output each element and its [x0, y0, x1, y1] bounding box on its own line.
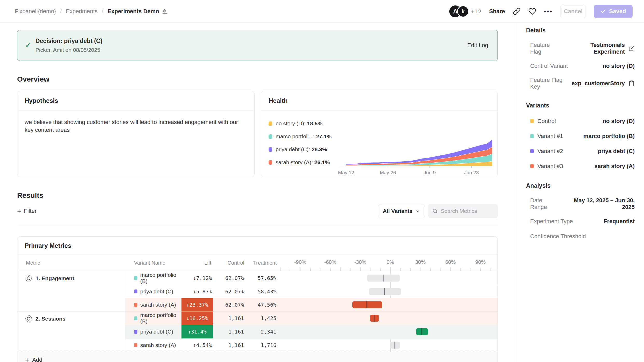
- copy-link-icon[interactable]: [513, 8, 521, 15]
- sidebar-row-label: Variant #2: [530, 148, 563, 155]
- breadcrumb-separator: /: [60, 8, 62, 15]
- saved-button[interactable]: Saved: [594, 5, 633, 18]
- external-link-icon[interactable]: [628, 45, 635, 52]
- edit-log-button[interactable]: Edit Log: [467, 42, 488, 49]
- variants-title: Variants: [526, 102, 635, 109]
- breadcrumb-project[interactable]: Fixpanel {demo}: [15, 8, 56, 15]
- lift-marker: [384, 288, 385, 295]
- metric-variant-row[interactable]: priya debt (C) ↓5.87% 62.07% 58.43%: [125, 285, 498, 298]
- breadcrumb: Fixpanel {demo} / Experiments / Experime…: [15, 8, 168, 15]
- lift-marker: [367, 301, 367, 308]
- sidebar-row-label: Variant #1: [530, 133, 563, 140]
- add-filter-button[interactable]: + Filter: [17, 208, 37, 214]
- treatment-value: 47.56%: [246, 302, 278, 308]
- overview-heading: Overview: [17, 75, 498, 84]
- analysis-section: Analysis Date Range May 12, 2025 – Jun 3…: [526, 182, 635, 241]
- lift-value: ↑31.4%: [188, 329, 206, 335]
- legend-label: sarah story (A):: [276, 159, 314, 165]
- axis-tick: [340, 268, 341, 271]
- metric-variant-row[interactable]: sarah story (A) ↑4.54% 1,161 1,716: [125, 338, 498, 352]
- legend-swatch: [269, 160, 272, 165]
- page-title: Experiments Demo: [108, 8, 159, 15]
- metric-cell: 1. Engagement: [17, 271, 125, 312]
- search-icon: [432, 208, 438, 214]
- lift-marker: [383, 274, 384, 281]
- variant-swatch: [530, 149, 534, 153]
- axis-tick: [360, 268, 361, 271]
- results-heading: Results: [17, 191, 498, 200]
- decision-title: Decision: priya debt (C): [36, 38, 102, 45]
- legend-item: priya debt (C): 28.3%: [269, 146, 337, 153]
- analysis-title: Analysis: [526, 182, 635, 189]
- lift-marker: [374, 315, 374, 322]
- control-value: 62.07%: [213, 302, 246, 308]
- sidebar-row-label: Variant #3: [530, 163, 563, 170]
- axis-tick: [350, 268, 351, 271]
- control-value: 1,161: [213, 315, 246, 321]
- metric-variant-row[interactable]: priya debt (C) ↑31.4% 1,161 2,341: [125, 325, 498, 338]
- breadcrumb-experiments[interactable]: Experiments: [66, 8, 97, 15]
- check-icon: ✓: [25, 41, 31, 49]
- metric-variant-row[interactable]: marco portfolio (B) ↓7.12% 62.07% 57.65%: [125, 271, 498, 285]
- metric-icon: [25, 315, 32, 322]
- search-metrics-input[interactable]: [441, 208, 494, 214]
- col-treatment: Treatment: [246, 255, 278, 271]
- variants-dropdown[interactable]: All Variants: [378, 204, 425, 218]
- sidebar-row: Experiment Type Frequentist: [530, 217, 635, 226]
- variant-name: sarah story (A): [140, 342, 176, 348]
- more-options-icon[interactable]: •••: [544, 8, 553, 15]
- control-value: 1,161: [213, 329, 246, 335]
- sidebar-row: Confidence Threshold: [530, 232, 635, 241]
- control-value: 62.07%: [213, 275, 246, 281]
- svg-text:May 12: May 12: [338, 170, 354, 175]
- sidebar-row: Variant #1 marco portfolio (B): [530, 132, 635, 140]
- sidebar-row: Variant #2 priya debt (C): [530, 147, 635, 155]
- metric-variant-row[interactable]: marco portfolio (B) ↓16.25% 1,161 1,425: [125, 312, 498, 325]
- confidence-interval-bar: [369, 288, 401, 295]
- collaborator-avatars[interactable]: A k + 12: [449, 5, 481, 17]
- axis-tick: [421, 268, 421, 271]
- svg-text:May 26: May 26: [380, 170, 396, 175]
- search-metrics-box: [428, 204, 498, 218]
- metric-variant-row[interactable]: sarah story (A) ↓23.37% 62.07% 47.56%: [125, 298, 498, 312]
- right-sidebar: Details Feature Flag Testimonials Experi…: [515, 23, 644, 362]
- health-stacked-area-chart: May 12May 26Jun 9Jun 23: [337, 115, 495, 177]
- col-metric: Metric: [17, 255, 125, 271]
- svg-text:Jun 23: Jun 23: [464, 170, 479, 175]
- metric-icon: [25, 275, 32, 282]
- sidebar-row-value: marco portfolio (B): [583, 133, 635, 140]
- metric-group: 1. Engagement marco portfolio (B) ↓7.12%…: [17, 271, 498, 312]
- clipboard-icon[interactable]: [628, 80, 635, 86]
- sidebar-row: Date Range May 12, 2025 – Jun 30, 2025: [530, 197, 635, 211]
- legend-value: 28.3%: [312, 146, 327, 152]
- plus-icon: +: [17, 208, 21, 214]
- add-metric-button[interactable]: + Add: [17, 352, 498, 362]
- sidebar-row: Feature Flag Key exp_customerStory: [530, 77, 635, 90]
- axis-tick: [310, 268, 311, 271]
- variant-name: marco portfolio (B): [140, 312, 181, 324]
- share-button[interactable]: Share: [489, 8, 505, 15]
- axis-tick: [300, 268, 300, 271]
- cancel-button[interactable]: Cancel: [561, 5, 586, 18]
- sidebar-row-label: Experiment Type: [530, 218, 573, 225]
- variant-color-dot: [134, 289, 137, 293]
- col-lift: Lift: [181, 255, 213, 271]
- variant-swatch: [530, 134, 534, 138]
- sidebar-row-value: Testimonials Experiment: [561, 42, 625, 55]
- legend-value: 27.1%: [316, 133, 332, 139]
- axis-tick: [430, 268, 431, 271]
- axis-label: -90%: [294, 259, 306, 265]
- decision-byline: Picker, Amit on 08/05/2025: [36, 47, 102, 53]
- favorite-heart-icon[interactable]: [528, 8, 536, 15]
- axis-tick: [380, 268, 381, 271]
- control-value: 1,161: [213, 342, 246, 348]
- variant-name: priya debt (C): [140, 329, 173, 335]
- health-card: Health no story (D): 18.5% marco portfol…: [261, 91, 498, 177]
- health-legend: no story (D): 18.5% marco portfoli...: 2…: [269, 120, 337, 177]
- hypothesis-card: Hypothesis we believe that showing custo…: [17, 91, 255, 177]
- sidebar-row-value: no story (D): [603, 118, 635, 125]
- sidebar-row-label: Date Range: [530, 197, 560, 211]
- primary-metrics-card: Primary Metrics Metric Variant Name Lift…: [17, 236, 498, 362]
- decision-banner: ✓ Decision: priya debt (C) Picker, Amit …: [17, 30, 498, 61]
- lift-axis-header: -90%-60%-30%0%30%60%90%: [278, 255, 498, 271]
